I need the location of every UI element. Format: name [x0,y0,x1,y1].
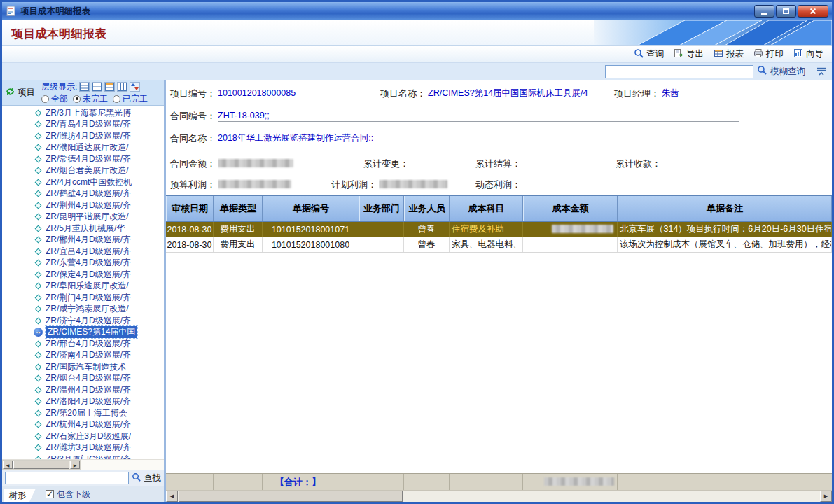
refresh-icon[interactable] [5,87,15,99]
tree-item[interactable]: ZR/济南4月D级巡展/齐 [2,350,164,362]
tree-item[interactable]: ZR/咸宁鸿泰展厅改造/ [2,304,164,316]
tree-item[interactable]: ZR/杭州4月D级巡展/齐 [2,419,164,431]
radio-unfinished-label[interactable]: 未完工 [83,93,108,105]
fuzzy-search-input[interactable] [605,65,753,78]
scroll-left-arrow[interactable]: ◀ [3,461,13,469]
radio-finished[interactable] [113,95,120,103]
tree-item[interactable]: ZR/国际汽车制造技术 [2,361,164,373]
tree-item[interactable]: ZR/荆门4月D级巡展/齐 [2,292,164,304]
field-value[interactable]: 2018年华工激光展览搭建制作运营合同:: [218,132,739,144]
tree-item-label: ZR/保定4月D级巡展/齐 [46,269,131,281]
column-header[interactable]: 单据类型 [214,196,263,221]
scroll-left-arrow[interactable]: ◀ [166,491,178,502]
tree-item[interactable]: ZR/邢台4月D级巡展/齐 [2,338,164,350]
query-button[interactable]: 查询 [631,48,667,61]
scroll-thumb[interactable] [179,491,403,502]
tree-item[interactable]: ZR/济宁4月D级巡展/齐 [2,315,164,327]
sort-icon[interactable] [130,82,140,92]
column-header[interactable]: 成本科目 [450,196,523,221]
field-label: 项目经理： [614,88,660,99]
column-header[interactable]: 成本金额 [523,196,618,221]
print-button[interactable]: 打印 [751,48,786,61]
tree-item[interactable]: ZR/阜阳乐途展厅改造/ [2,281,164,293]
radio-all-label[interactable]: 全部 [51,93,68,105]
field-value[interactable] [218,158,316,169]
scroll-right-arrow[interactable]: ▶ [820,491,832,502]
tree-item[interactable]: ZR/3月厦门C级巡展/齐 [2,454,164,459]
footer-cell [359,474,404,490]
close-button[interactable] [798,5,828,18]
radio-unfinished[interactable] [73,95,81,103]
tree-search-input[interactable] [5,472,129,484]
minimize-button[interactable] [754,5,774,18]
table-row[interactable]: 2018-08-30费用支出1010152018001080曾春家具、电器电料、… [166,237,832,253]
tree-item[interactable]: ZR/鹤壁4月D级巡展/齐 [2,188,164,200]
tree-item[interactable]: ZR/郴州4月D级巡展/齐 [2,234,164,246]
report-button[interactable]: 报表 [711,48,746,61]
field-value[interactable] [523,158,616,169]
maximize-button[interactable] [776,5,796,18]
tree-item[interactable]: ZR/濮阳通达展厅改造/ [2,142,164,154]
tree-item[interactable]: ZR/烟台君美展厅改造/ [2,165,164,177]
field-value[interactable] [379,178,470,190]
field-value[interactable] [218,178,316,190]
titlebar[interactable]: 项目成本明细报表 [2,2,832,20]
tree-item-label: ZR/潍坊4月D级巡展/齐 [46,130,131,142]
field-label: 累计结算： [475,158,521,169]
collapse-panel-icon[interactable] [816,66,827,76]
column-header[interactable]: 业务部门 [359,196,404,221]
column-view-icon[interactable] [117,82,127,92]
tree-item-selected[interactable]: →ZR/CIMES?第14届中国 [2,327,164,339]
tree-item[interactable]: ZR/洛阳4月D级巡展/齐 [2,396,164,408]
tree-item[interactable]: ZR/潍坊3月D级巡展/齐 [2,442,164,454]
tree-item[interactable]: ZR/常德4月D级巡展/齐 [2,153,164,165]
tab-tree-view[interactable]: 树形 [4,489,36,502]
main-panel: 项目编号： 1010012018000085 项目名称： ZR/CIMES?第1… [166,80,832,502]
field-value[interactable]: 朱茜 [662,88,779,99]
export-button[interactable]: 导出 [671,48,707,61]
field-value[interactable]: ZHT-18-039;; [218,110,739,122]
wizard-button[interactable]: 向导 [791,48,826,61]
tree-item[interactable]: ZR/石家庄3月D级巡展/ [2,430,164,442]
field-value[interactable]: 1010012018000085 [218,88,375,99]
grid-view-icon[interactable] [104,82,115,92]
tree-item-label: ZR/青岛4月D级巡展/齐 [46,118,131,130]
tree-item[interactable]: ZR/3月上海慕尼黑光博 [2,107,164,119]
field-value[interactable] [663,158,768,169]
scroll-thumb[interactable] [13,461,69,469]
column-header[interactable]: 单据编号 [263,196,359,221]
tree-item[interactable]: ZR/潍坊4月D级巡展/齐 [2,130,164,142]
column-header[interactable]: 业务人员 [404,196,450,221]
field-label: 项目名称： [380,88,426,99]
tree-item[interactable]: ZR/昆明平谐展厅改造/ [2,211,164,223]
field-value[interactable]: ZR/CIMES?第14届中国国际机床工具展/4 [428,88,603,99]
column-header[interactable]: 审核日期 [166,196,214,221]
table-horizontal-scrollbar[interactable]: ◀ ▶ [166,490,832,502]
find-button[interactable]: 查找 [144,472,161,484]
redacted-value [218,159,293,167]
scroll-right-arrow[interactable]: ▶ [70,461,80,469]
radio-finished-label[interactable]: 已完工 [123,93,148,105]
include-sub-option[interactable]: 包含下级 [46,489,90,500]
tree-item[interactable]: ZR/4月ccmt中国数控机 [2,176,164,188]
column-header[interactable]: 单据备注 [618,196,832,221]
tree-item[interactable]: ZR/宜昌4月D级巡展/齐 [2,246,164,258]
table-cell: 费用支出 [214,237,263,252]
tree-item[interactable]: ZR/青岛4月D级巡展/齐 [2,119,164,131]
fuzzy-search-button[interactable]: 模糊查询 [770,66,805,78]
tree-horizontal-scrollbar[interactable]: ◀ ▶ [2,459,164,470]
table-row[interactable]: 2018-08-30费用支出1010152018001071曾春住宿费及补助北京… [166,222,832,237]
tree-item[interactable]: ZR/第20届上海工博会 [2,407,164,419]
tree-item[interactable]: ZR/保定4月D级巡展/齐 [2,269,164,281]
collapse-all-icon[interactable] [92,82,102,92]
project-root[interactable]: 项目 [2,80,41,105]
include-sub-checkbox[interactable] [46,490,54,498]
field-value[interactable] [523,178,616,190]
tree-item[interactable]: ZR/东营4月D级巡展/齐 [2,258,164,270]
radio-all[interactable] [41,95,49,103]
tree-item[interactable]: ZR/5月重庆机械展/华 [2,223,164,234]
expand-all-icon[interactable] [79,82,90,92]
tree-item[interactable]: ZR/烟台4月D级巡展/齐 [2,373,164,385]
tree-item[interactable]: ZR/荆州4月D级巡展/齐 [2,200,164,211]
tree-item[interactable]: ZR/温州4月D级巡展/齐 [2,384,164,396]
